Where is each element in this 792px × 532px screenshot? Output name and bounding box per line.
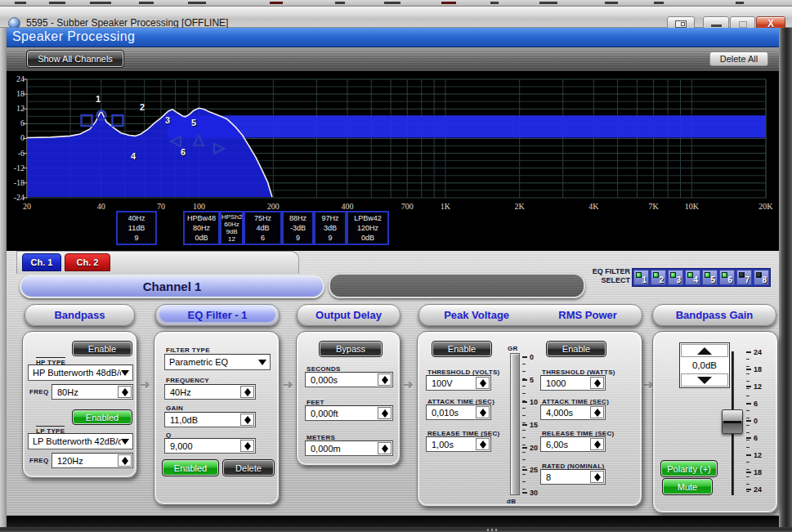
spinner-down-icon[interactable]	[382, 449, 388, 453]
hp-enable-button[interactable]: Enable	[73, 342, 132, 355]
spinner-arrows[interactable]	[378, 407, 392, 419]
eq-delete-button[interactable]: Delete	[223, 460, 274, 476]
eq-filter-select-button-3[interactable]: 3	[668, 270, 683, 285]
hp-freq-spinner[interactable]: 80Hz	[51, 384, 133, 400]
tab-channel-1[interactable]: Ch. 1	[22, 253, 61, 271]
bypass-button[interactable]: Bypass	[320, 342, 382, 356]
gain-fader-handle[interactable]	[722, 409, 743, 434]
resize-grip[interactable]	[487, 529, 499, 531]
spinner-arrows[interactable]	[118, 454, 132, 467]
dropdown-arrow-icon[interactable]	[258, 360, 266, 365]
spinner-down-icon[interactable]	[480, 413, 486, 417]
spinner-down-icon[interactable]	[122, 392, 128, 396]
spinner-arrows[interactable]	[378, 442, 392, 454]
hp-type-dropdown[interactable]: HP Butterworth 48dB/o	[28, 364, 133, 381]
lp-type-dropdown[interactable]: LP Butterworth 42dB/o	[28, 433, 133, 449]
spinner-arrows[interactable]	[590, 377, 604, 389]
filter-summary-box[interactable]: LPBw42120Hz0dB	[347, 211, 389, 245]
delete-all-button[interactable]: Delete All	[709, 51, 768, 66]
bandwidth-handle-left[interactable]	[82, 115, 92, 126]
eq-filter-header[interactable]: EQ Filter - 1	[155, 304, 280, 326]
spinner-arrows[interactable]	[590, 438, 604, 450]
meters-spinner[interactable]: 0,000m	[305, 440, 393, 456]
spinner-down-icon[interactable]	[244, 392, 251, 396]
seconds-spinner[interactable]: 0,000s	[305, 372, 393, 387]
peak-attack-spinner[interactable]: 0,010s	[426, 405, 491, 420]
filter-summary-box[interactable]: 40Hz11dB9	[116, 211, 157, 245]
eq-enabled-button[interactable]: Enabled	[163, 460, 218, 476]
spinner-arrows[interactable]	[240, 440, 254, 452]
filter-marker-5[interactable]: 5	[191, 118, 196, 127]
eq-filter-select-button-2[interactable]: 2	[651, 270, 666, 285]
bandwidth-handle-right[interactable]	[113, 115, 123, 126]
peak-enable-button[interactable]: Enable	[432, 342, 491, 356]
filter-summary-box[interactable]: HPSh260Hz9dB12	[220, 211, 244, 245]
rms-attack-spinner[interactable]: 4,000s	[540, 405, 606, 420]
lp-enabled-button[interactable]: Enabled	[73, 410, 132, 424]
gain-down-button[interactable]	[681, 373, 728, 387]
peak-threshold-spinner[interactable]: 100V	[426, 375, 491, 391]
eq-filter-select-button-1[interactable]: 1	[633, 270, 649, 285]
spinner-down-icon[interactable]	[244, 446, 251, 450]
mute-button[interactable]: Mute	[663, 479, 712, 494]
filter-summary-box[interactable]: 88Hz-3dB9	[282, 211, 314, 245]
spinner-down-icon[interactable]	[122, 461, 128, 465]
filter-type-dropdown[interactable]: Parametric EQ	[164, 354, 271, 370]
filter-marker-3[interactable]: 3	[165, 115, 170, 125]
eq-filter-select-button-4[interactable]: 4	[685, 270, 700, 285]
eq-response-graph[interactable]: 24181260-6-12-18-24 2040701002004007001K…	[7, 71, 779, 251]
spinner-arrows[interactable]	[240, 414, 254, 426]
eq-filter-select-button-7[interactable]: 7	[736, 270, 752, 285]
rms-enable-button[interactable]: Enable	[547, 342, 606, 356]
rms-release-spinner[interactable]: 6,00s	[540, 436, 606, 452]
spinner-down-icon[interactable]	[594, 383, 601, 387]
rms-threshold-spinner[interactable]: 1000	[540, 375, 606, 391]
spinner-arrows[interactable]	[476, 377, 490, 389]
spinner-arrows[interactable]	[476, 406, 490, 418]
gain-spinner[interactable]: 11,0dB	[164, 412, 256, 427]
tab-channel-2[interactable]: Ch. 2	[65, 253, 110, 271]
gain-up-button[interactable]	[681, 344, 728, 357]
bandpass-gain-header[interactable]: Bandpass Gain	[652, 304, 776, 326]
spinner-arrows[interactable]	[378, 373, 392, 386]
spinner-down-icon[interactable]	[244, 420, 251, 424]
peak-voltage-title[interactable]: Peak Voltage	[444, 309, 509, 321]
filter-summary-box[interactable]: 75Hz4dB6	[244, 211, 282, 245]
dropdown-arrow-icon[interactable]	[121, 439, 129, 445]
gain-value-control[interactable]: 0,0dB	[679, 342, 730, 388]
spinner-arrows[interactable]	[240, 386, 254, 398]
spinner-down-icon[interactable]	[382, 380, 388, 384]
spinner-arrows[interactable]	[118, 386, 132, 398]
lp-freq-spinner[interactable]: 120Hz	[51, 453, 133, 468]
filter-marker-4[interactable]: 4	[131, 151, 136, 161]
filter-marker-6[interactable]: 6	[181, 147, 186, 157]
spinner-arrows[interactable]	[476, 438, 490, 450]
filter-summary-box[interactable]: 97Hz3dB9	[314, 211, 347, 245]
filter-marker-1[interactable]: 1	[96, 94, 101, 104]
filter-marker-2[interactable]: 2	[140, 102, 145, 112]
bandpass-header[interactable]: Bandpass	[25, 304, 135, 326]
spinner-down-icon[interactable]	[480, 383, 486, 387]
feet-spinner[interactable]: 0,000ft	[305, 405, 393, 421]
rms-power-title[interactable]: RMS Power	[558, 309, 617, 321]
spinner-down-icon[interactable]	[480, 445, 486, 449]
spinner-down-icon[interactable]	[594, 413, 601, 417]
rated-nominal-spinner[interactable]: 8	[540, 469, 606, 485]
limiters-header[interactable]: Peak Voltage RMS Power	[418, 304, 642, 326]
output-delay-header[interactable]: Output Delay	[297, 304, 400, 326]
eq-filter-select-button-5[interactable]: 5	[702, 270, 718, 285]
dropdown-arrow-icon[interactable]	[121, 370, 129, 376]
title-bar[interactable]: 5595 - Subber Speaker Processing [OFFLIN…	[0, 7, 792, 28]
spinner-arrows[interactable]	[590, 471, 604, 483]
spinner-arrows[interactable]	[590, 406, 604, 418]
eq-filter-select-button-8[interactable]: 8	[754, 270, 769, 285]
eq-filter-select-button-6[interactable]: 6	[719, 270, 735, 285]
spinner-down-icon[interactable]	[382, 414, 388, 418]
polarity-button[interactable]: Polarity (+)	[661, 461, 717, 476]
peak-release-spinner[interactable]: 1,00s	[426, 436, 491, 452]
filter-summary-box[interactable]: HPBw4880Hz0dB	[183, 211, 220, 245]
spinner-down-icon[interactable]	[594, 445, 601, 449]
spinner-down-icon[interactable]	[594, 477, 601, 481]
q-spinner[interactable]: 9,000	[164, 438, 256, 454]
show-all-channels-button[interactable]: Show All Channels	[27, 51, 123, 67]
